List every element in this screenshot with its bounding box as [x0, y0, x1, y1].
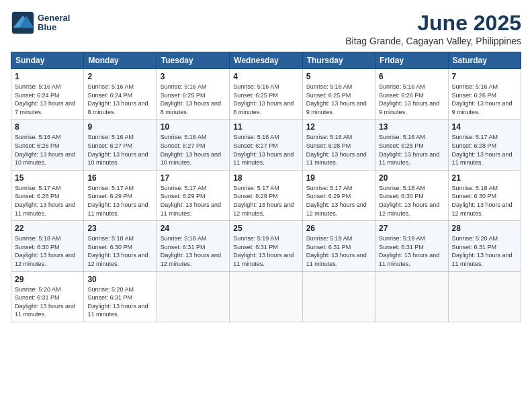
day-number: 12	[306, 122, 371, 132]
day-info: Sunrise: 5:18 AM Sunset: 6:30 PM Dayligh…	[15, 234, 80, 268]
day-cell: 14Sunrise: 5:17 AM Sunset: 6:28 PM Dayli…	[448, 120, 521, 170]
day-info: Sunrise: 5:19 AM Sunset: 6:31 PM Dayligh…	[306, 234, 371, 268]
day-number: 27	[379, 224, 444, 233]
day-cell: 13Sunrise: 5:16 AM Sunset: 6:28 PM Dayli…	[375, 120, 448, 170]
day-cell: 10Sunrise: 5:16 AM Sunset: 6:27 PM Dayli…	[157, 120, 229, 170]
day-number: 4	[233, 72, 298, 81]
main-title: June 2025	[345, 11, 521, 36]
subtitle: Bitag Grande, Cagayan Valley, Philippine…	[345, 36, 521, 46]
day-cell: 6Sunrise: 5:16 AM Sunset: 6:26 PM Daylig…	[375, 69, 448, 120]
day-info: Sunrise: 5:16 AM Sunset: 6:26 PM Dayligh…	[15, 133, 80, 167]
day-info: Sunrise: 5:19 AM Sunset: 6:31 PM Dayligh…	[233, 234, 298, 268]
day-cell: 7Sunrise: 5:16 AM Sunset: 6:26 PM Daylig…	[448, 69, 521, 120]
day-cell	[375, 271, 448, 322]
day-cell: 3Sunrise: 5:16 AM Sunset: 6:25 PM Daylig…	[157, 69, 229, 120]
day-cell	[230, 271, 302, 322]
weekday-thursday: Thursday	[302, 52, 375, 69]
day-number: 1	[15, 72, 80, 81]
weekday-saturday: Saturday	[448, 52, 521, 69]
day-number: 15	[15, 173, 80, 183]
day-number: 6	[379, 72, 444, 81]
day-number: 23	[87, 224, 152, 233]
day-number: 3	[161, 72, 226, 81]
day-cell: 4Sunrise: 5:16 AM Sunset: 6:25 PM Daylig…	[230, 69, 302, 120]
day-cell: 21Sunrise: 5:18 AM Sunset: 6:30 PM Dayli…	[448, 170, 521, 220]
logo-line1: General	[38, 13, 70, 23]
weekday-wednesday: Wednesday	[230, 52, 302, 69]
day-cell: 17Sunrise: 5:17 AM Sunset: 6:29 PM Dayli…	[157, 170, 229, 220]
week-row-5: 29Sunrise: 5:20 AM Sunset: 6:31 PM Dayli…	[11, 271, 521, 322]
day-info: Sunrise: 5:16 AM Sunset: 6:26 PM Dayligh…	[452, 83, 517, 116]
day-info: Sunrise: 5:20 AM Sunset: 6:31 PM Dayligh…	[15, 285, 80, 319]
day-info: Sunrise: 5:17 AM Sunset: 6:29 PM Dayligh…	[306, 184, 371, 218]
day-cell: 12Sunrise: 5:16 AM Sunset: 6:28 PM Dayli…	[302, 120, 375, 170]
week-row-2: 8Sunrise: 5:16 AM Sunset: 6:26 PM Daylig…	[11, 120, 521, 170]
day-info: Sunrise: 5:16 AM Sunset: 6:27 PM Dayligh…	[233, 133, 298, 167]
day-cell: 1Sunrise: 5:16 AM Sunset: 6:24 PM Daylig…	[11, 69, 84, 120]
day-cell: 27Sunrise: 5:19 AM Sunset: 6:31 PM Dayli…	[375, 221, 448, 271]
day-number: 30	[87, 275, 152, 284]
day-number: 9	[87, 122, 152, 132]
logo-line2: Blue	[38, 23, 70, 32]
day-cell: 26Sunrise: 5:19 AM Sunset: 6:31 PM Dayli…	[302, 221, 375, 271]
day-info: Sunrise: 5:16 AM Sunset: 6:25 PM Dayligh…	[233, 83, 298, 116]
day-info: Sunrise: 5:19 AM Sunset: 6:31 PM Dayligh…	[379, 234, 444, 268]
day-number: 13	[379, 122, 444, 132]
day-cell: 8Sunrise: 5:16 AM Sunset: 6:26 PM Daylig…	[11, 120, 84, 170]
day-info: Sunrise: 5:16 AM Sunset: 6:25 PM Dayligh…	[161, 83, 226, 116]
day-cell: 16Sunrise: 5:17 AM Sunset: 6:29 PM Dayli…	[84, 170, 157, 220]
day-number: 20	[379, 173, 444, 183]
weekday-tuesday: Tuesday	[157, 52, 229, 69]
day-cell: 9Sunrise: 5:16 AM Sunset: 6:27 PM Daylig…	[84, 120, 157, 170]
day-cell: 18Sunrise: 5:17 AM Sunset: 6:29 PM Dayli…	[230, 170, 302, 220]
day-info: Sunrise: 5:18 AM Sunset: 6:30 PM Dayligh…	[87, 234, 152, 268]
day-cell	[302, 271, 375, 322]
day-number: 10	[161, 122, 226, 132]
day-info: Sunrise: 5:17 AM Sunset: 6:28 PM Dayligh…	[15, 184, 80, 218]
day-number: 24	[161, 224, 226, 233]
day-cell: 29Sunrise: 5:20 AM Sunset: 6:31 PM Dayli…	[11, 271, 84, 322]
day-number: 11	[233, 122, 298, 132]
day-number: 29	[15, 275, 80, 284]
day-info: Sunrise: 5:16 AM Sunset: 6:24 PM Dayligh…	[87, 83, 152, 116]
day-info: Sunrise: 5:16 AM Sunset: 6:25 PM Dayligh…	[306, 83, 371, 116]
day-number: 14	[452, 122, 517, 132]
day-info: Sunrise: 5:16 AM Sunset: 6:27 PM Dayligh…	[87, 133, 152, 167]
day-cell: 19Sunrise: 5:17 AM Sunset: 6:29 PM Dayli…	[302, 170, 375, 220]
day-info: Sunrise: 5:20 AM Sunset: 6:31 PM Dayligh…	[452, 234, 517, 268]
title-area: June 2025 Bitag Grande, Cagayan Valley, …	[345, 11, 521, 46]
day-cell: 28Sunrise: 5:20 AM Sunset: 6:31 PM Dayli…	[448, 221, 521, 271]
day-cell: 24Sunrise: 5:18 AM Sunset: 6:31 PM Dayli…	[157, 221, 229, 271]
day-number: 22	[15, 224, 80, 233]
day-cell: 15Sunrise: 5:17 AM Sunset: 6:28 PM Dayli…	[11, 170, 84, 220]
day-info: Sunrise: 5:16 AM Sunset: 6:24 PM Dayligh…	[15, 83, 80, 116]
day-info: Sunrise: 5:16 AM Sunset: 6:27 PM Dayligh…	[161, 133, 226, 167]
day-number: 16	[87, 173, 152, 183]
day-info: Sunrise: 5:16 AM Sunset: 6:28 PM Dayligh…	[306, 133, 371, 167]
day-info: Sunrise: 5:17 AM Sunset: 6:29 PM Dayligh…	[161, 184, 226, 218]
day-cell: 22Sunrise: 5:18 AM Sunset: 6:30 PM Dayli…	[11, 221, 84, 271]
day-cell: 5Sunrise: 5:16 AM Sunset: 6:25 PM Daylig…	[302, 69, 375, 120]
day-info: Sunrise: 5:17 AM Sunset: 6:29 PM Dayligh…	[233, 184, 298, 218]
day-cell: 30Sunrise: 5:20 AM Sunset: 6:31 PM Dayli…	[84, 271, 157, 322]
day-cell: 11Sunrise: 5:16 AM Sunset: 6:27 PM Dayli…	[230, 120, 302, 170]
day-cell: 25Sunrise: 5:19 AM Sunset: 6:31 PM Dayli…	[230, 221, 302, 271]
week-row-3: 15Sunrise: 5:17 AM Sunset: 6:28 PM Dayli…	[11, 170, 521, 220]
weekday-sunday: Sunday	[11, 52, 84, 69]
day-cell: 20Sunrise: 5:18 AM Sunset: 6:30 PM Dayli…	[375, 170, 448, 220]
calendar: SundayMondayTuesdayWednesdayThursdayFrid…	[11, 52, 521, 322]
day-info: Sunrise: 5:16 AM Sunset: 6:28 PM Dayligh…	[379, 133, 444, 167]
day-number: 19	[306, 173, 371, 183]
day-number: 18	[233, 173, 298, 183]
day-number: 2	[87, 72, 152, 81]
day-info: Sunrise: 5:17 AM Sunset: 6:29 PM Dayligh…	[87, 184, 152, 218]
day-info: Sunrise: 5:18 AM Sunset: 6:31 PM Dayligh…	[161, 234, 226, 268]
logo: General Blue	[11, 11, 70, 35]
day-number: 17	[161, 173, 226, 183]
day-number: 5	[306, 72, 371, 81]
day-number: 8	[15, 122, 80, 132]
day-cell: 2Sunrise: 5:16 AM Sunset: 6:24 PM Daylig…	[84, 69, 157, 120]
day-info: Sunrise: 5:18 AM Sunset: 6:30 PM Dayligh…	[379, 184, 444, 218]
weekday-friday: Friday	[375, 52, 448, 69]
day-number: 21	[452, 173, 517, 183]
